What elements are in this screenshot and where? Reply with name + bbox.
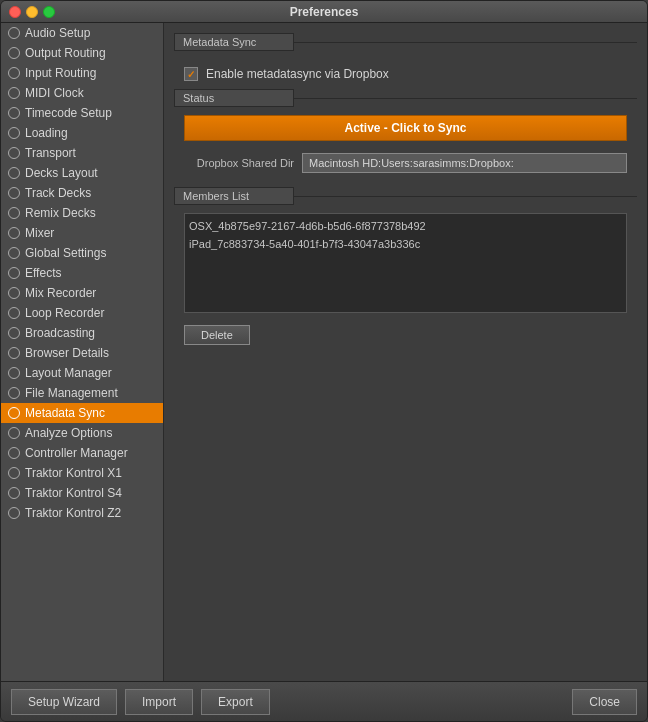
sidebar-item-mixer[interactable]: Mixer <box>1 223 163 243</box>
dropbox-field-row: Dropbox Shared Dir Macintosh HD:Users:sa… <box>174 149 637 177</box>
timecode-setup-icon <box>7 106 21 120</box>
loop-recorder-label: Loop Recorder <box>25 306 104 320</box>
loading-icon <box>7 126 21 140</box>
traktor-kontrol-s4-icon <box>7 486 21 500</box>
mixer-label: Mixer <box>25 226 54 240</box>
browser-details-label: Browser Details <box>25 346 109 360</box>
sidebar-item-global-settings[interactable]: Global Settings <box>1 243 163 263</box>
status-section-label: Status <box>174 89 294 107</box>
sidebar-item-layout-manager[interactable]: Layout Manager <box>1 363 163 383</box>
output-routing-label: Output Routing <box>25 46 106 60</box>
sidebar-item-mix-recorder[interactable]: Mix Recorder <box>1 283 163 303</box>
sidebar-item-audio-setup[interactable]: Audio Setup <box>1 23 163 43</box>
browser-details-icon <box>7 346 21 360</box>
sidebar-item-track-decks[interactable]: Track Decks <box>1 183 163 203</box>
track-decks-label: Track Decks <box>25 186 91 200</box>
sidebar-item-broadcasting[interactable]: Broadcasting <box>1 323 163 343</box>
remix-decks-icon <box>7 206 21 220</box>
delete-button[interactable]: Delete <box>184 325 250 345</box>
transport-icon <box>7 146 21 160</box>
remix-decks-label: Remix Decks <box>25 206 96 220</box>
loop-recorder-icon <box>7 306 21 320</box>
enable-dropbox-row: Enable metadatasync via Dropbox <box>174 59 637 89</box>
sync-button[interactable]: Active - Click to Sync <box>184 115 627 141</box>
global-settings-label: Global Settings <box>25 246 106 260</box>
import-button[interactable]: Import <box>125 689 193 715</box>
loading-label: Loading <box>25 126 68 140</box>
broadcasting-icon <box>7 326 21 340</box>
input-routing-icon <box>7 66 21 80</box>
audio-setup-icon <box>7 26 21 40</box>
members-list-section-label: Members List <box>174 187 294 205</box>
metadata-sync-icon <box>7 406 21 420</box>
bottom-bar: Setup Wizard Import Export Close <box>1 681 647 721</box>
sidebar-item-loop-recorder[interactable]: Loop Recorder <box>1 303 163 323</box>
minimize-traffic-light[interactable] <box>26 6 38 18</box>
effects-icon <box>7 266 21 280</box>
broadcasting-label: Broadcasting <box>25 326 95 340</box>
dropbox-field-value: Macintosh HD:Users:sarasimms:Dropbox: <box>302 153 627 173</box>
traktor-kontrol-x1-icon <box>7 466 21 480</box>
decks-layout-label: Decks Layout <box>25 166 98 180</box>
controller-manager-label: Controller Manager <box>25 446 128 460</box>
dropbox-field-label: Dropbox Shared Dir <box>184 157 294 169</box>
file-management-icon <box>7 386 21 400</box>
traktor-kontrol-x1-label: Traktor Kontrol X1 <box>25 466 122 480</box>
sidebar-item-transport[interactable]: Transport <box>1 143 163 163</box>
traktor-kontrol-z2-label: Traktor Kontrol Z2 <box>25 506 121 520</box>
transport-label: Transport <box>25 146 76 160</box>
audio-setup-label: Audio Setup <box>25 26 90 40</box>
sidebar-item-controller-manager[interactable]: Controller Manager <box>1 443 163 463</box>
sidebar-item-timecode-setup[interactable]: Timecode Setup <box>1 103 163 123</box>
content-area: Audio SetupOutput RoutingInput RoutingMI… <box>1 23 647 681</box>
mixer-icon <box>7 226 21 240</box>
maximize-traffic-light[interactable] <box>43 6 55 18</box>
metadata-sync-header: Metadata Sync <box>174 33 637 51</box>
main-panel: Metadata Sync Enable metadatasync via Dr… <box>164 23 647 681</box>
close-traffic-light[interactable] <box>9 6 21 18</box>
sidebar-item-analyze-options[interactable]: Analyze Options <box>1 423 163 443</box>
close-button[interactable]: Close <box>572 689 637 715</box>
member-item: OSX_4b875e97-2167-4d6b-b5d6-6f877378b492 <box>189 218 622 236</box>
sidebar-item-traktor-kontrol-x1[interactable]: Traktor Kontrol X1 <box>1 463 163 483</box>
sidebar-item-browser-details[interactable]: Browser Details <box>1 343 163 363</box>
metadata-sync-section-label: Metadata Sync <box>174 33 294 51</box>
effects-label: Effects <box>25 266 61 280</box>
sidebar-item-traktor-kontrol-z2[interactable]: Traktor Kontrol Z2 <box>1 503 163 523</box>
sidebar-item-output-routing[interactable]: Output Routing <box>1 43 163 63</box>
input-routing-label: Input Routing <box>25 66 96 80</box>
analyze-options-icon <box>7 426 21 440</box>
mix-recorder-icon <box>7 286 21 300</box>
export-button[interactable]: Export <box>201 689 270 715</box>
analyze-options-label: Analyze Options <box>25 426 112 440</box>
enable-dropbox-checkbox[interactable] <box>184 67 198 81</box>
metadata-sync-label: Metadata Sync <box>25 406 105 420</box>
member-item: iPad_7c883734-5a40-401f-b7f3-43047a3b336… <box>189 236 622 254</box>
sidebar-item-decks-layout[interactable]: Decks Layout <box>1 163 163 183</box>
title-bar: Preferences <box>1 1 647 23</box>
sidebar-item-metadata-sync[interactable]: Metadata Sync <box>1 403 163 423</box>
status-header: Status <box>174 89 637 107</box>
sidebar-item-file-management[interactable]: File Management <box>1 383 163 403</box>
sidebar-item-midi-clock[interactable]: MIDI Clock <box>1 83 163 103</box>
timecode-setup-label: Timecode Setup <box>25 106 112 120</box>
mix-recorder-label: Mix Recorder <box>25 286 96 300</box>
setup-wizard-button[interactable]: Setup Wizard <box>11 689 117 715</box>
sidebar-item-effects[interactable]: Effects <box>1 263 163 283</box>
midi-clock-icon <box>7 86 21 100</box>
sidebar-item-loading[interactable]: Loading <box>1 123 163 143</box>
sidebar-item-traktor-kontrol-s4[interactable]: Traktor Kontrol S4 <box>1 483 163 503</box>
traktor-kontrol-z2-icon <box>7 506 21 520</box>
sidebar-item-remix-decks[interactable]: Remix Decks <box>1 203 163 223</box>
enable-dropbox-label: Enable metadatasync via Dropbox <box>206 67 389 81</box>
decks-layout-icon <box>7 166 21 180</box>
preferences-window: Preferences Audio SetupOutput RoutingInp… <box>0 0 648 722</box>
sidebar: Audio SetupOutput RoutingInput RoutingMI… <box>1 23 164 681</box>
status-divider <box>294 98 637 99</box>
layout-manager-icon <box>7 366 21 380</box>
status-section: Status Active - Click to Sync Dropbox Sh… <box>174 89 637 177</box>
global-settings-icon <box>7 246 21 260</box>
controller-manager-icon <box>7 446 21 460</box>
output-routing-icon <box>7 46 21 60</box>
sidebar-item-input-routing[interactable]: Input Routing <box>1 63 163 83</box>
